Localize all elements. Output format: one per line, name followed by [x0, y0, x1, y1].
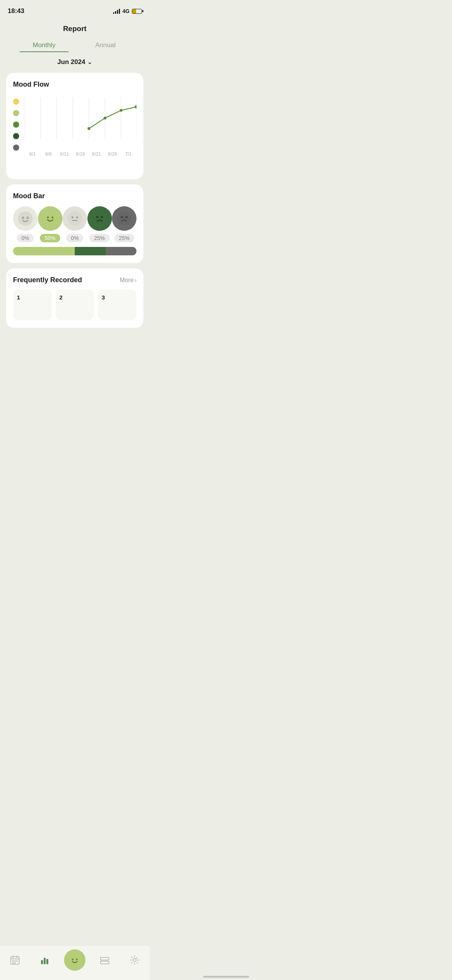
svg-point-11 — [135, 105, 136, 109]
svg-point-20 — [76, 217, 78, 219]
svg-rect-26 — [121, 216, 123, 218]
chevron-down-icon: ⌄ — [87, 59, 92, 65]
x-label-5: 6/26 — [105, 151, 121, 157]
status-right: 4G — [113, 8, 142, 14]
x-label-3: 6/16 — [72, 151, 89, 157]
page-title: Report — [63, 25, 86, 33]
face-neutral — [62, 206, 87, 231]
mood-item-very-happy: 0% — [13, 206, 38, 242]
mood-flow-card: Mood Flow — [6, 73, 143, 179]
mood-legend — [13, 99, 19, 151]
page-header: Report — [0, 18, 150, 38]
face-sad — [87, 206, 112, 231]
svg-point-8 — [87, 127, 90, 130]
pct-very-sad: 25% — [114, 234, 134, 242]
mood-faces-row: 0% 50% — [13, 206, 136, 242]
freq-item-3: 3 — [98, 289, 136, 320]
pct-sad: 25% — [89, 234, 109, 242]
svg-point-18 — [67, 211, 82, 226]
svg-point-19 — [72, 217, 74, 219]
mood-item-happy: 50% — [38, 206, 62, 242]
svg-point-23 — [96, 216, 98, 218]
svg-point-22 — [92, 211, 107, 226]
chart-x-labels: 6/1 6/6 6/11 6/16 6/21 6/26 7/1 — [25, 150, 136, 157]
tab-bar: Monthly Annual — [0, 38, 150, 52]
svg-rect-27 — [125, 216, 128, 218]
svg-point-14 — [26, 217, 29, 219]
legend-dot-4 — [13, 133, 19, 139]
face-very-sad — [112, 206, 136, 231]
mood-flow-title: Mood Flow — [13, 81, 136, 89]
freq-items-row: 1 2 3 — [13, 289, 136, 320]
network-label: 4G — [122, 8, 130, 14]
month-selector[interactable]: Jun 2024 ⌄ — [0, 58, 150, 66]
legend-dot-2 — [13, 110, 19, 116]
pct-happy: 50% — [40, 234, 60, 242]
svg-point-16 — [47, 217, 49, 219]
pct-very-happy: 0% — [17, 234, 34, 242]
svg-point-15 — [43, 211, 58, 226]
svg-point-25 — [117, 211, 131, 226]
mood-item-sad: 25% — [87, 206, 112, 242]
frequently-recorded-card: Frequently Recorded More › 1 2 3 — [6, 268, 143, 328]
status-time: 18:43 — [8, 7, 24, 15]
x-label-1: 6/6 — [41, 151, 57, 157]
mood-flow-chart: 6/1 6/6 6/11 6/16 6/21 6/26 7/1 — [13, 95, 136, 171]
mood-progress-bar — [13, 247, 136, 255]
x-label-4: 6/21 — [89, 151, 105, 157]
mood-line-chart — [25, 95, 136, 148]
bar-happy — [13, 247, 75, 255]
svg-point-10 — [120, 109, 122, 112]
more-button[interactable]: More › — [120, 277, 136, 284]
mood-bar-card: Mood Bar 0% — [6, 184, 143, 263]
battery-icon — [132, 9, 142, 14]
mood-bar-title: Mood Bar — [13, 192, 136, 200]
x-label-6: 7/1 — [120, 151, 136, 157]
svg-point-12 — [18, 211, 33, 226]
mood-item-neutral: 0% — [62, 206, 87, 242]
legend-dot-5 — [13, 145, 19, 151]
svg-point-17 — [51, 217, 53, 219]
x-label-2: 6/11 — [56, 151, 72, 157]
freq-header: Frequently Recorded More › — [13, 276, 136, 284]
freq-title: Frequently Recorded — [13, 276, 82, 284]
face-happy — [38, 206, 62, 231]
chart-area: 6/1 6/6 6/11 6/16 6/21 6/26 7/1 — [25, 95, 136, 156]
freq-item-1: 1 — [13, 289, 52, 320]
pct-neutral: 0% — [66, 234, 83, 242]
svg-point-13 — [22, 217, 24, 219]
signal-icon — [113, 8, 120, 14]
tab-annual[interactable]: Annual — [75, 38, 136, 52]
status-bar: 18:43 4G — [0, 0, 150, 18]
month-label: Jun 2024 — [58, 58, 85, 66]
svg-point-24 — [101, 216, 103, 218]
face-very-happy — [13, 206, 38, 231]
bar-sad — [75, 247, 106, 255]
tab-monthly[interactable]: Monthly — [13, 38, 75, 52]
x-label-0: 6/1 — [25, 151, 41, 157]
bar-very-sad — [106, 247, 137, 255]
legend-dot-1 — [13, 99, 19, 105]
mood-item-very-sad: 25% — [112, 206, 136, 242]
chevron-right-icon: › — [135, 277, 136, 284]
legend-dot-3 — [13, 122, 19, 128]
freq-item-2: 2 — [56, 289, 94, 320]
svg-point-9 — [104, 117, 106, 119]
